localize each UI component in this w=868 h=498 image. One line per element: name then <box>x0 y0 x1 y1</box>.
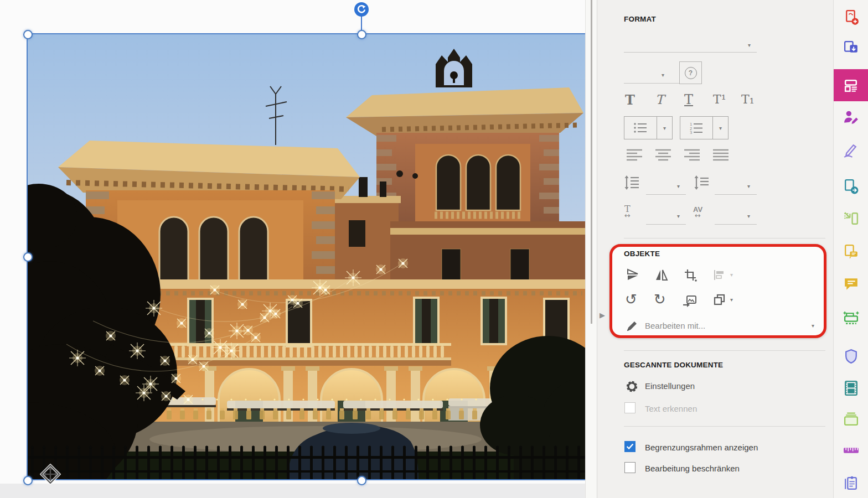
line-spacing-icon <box>624 175 640 193</box>
superscript-button[interactable]: T¹ <box>713 92 726 106</box>
restrict-editing-label[interactable]: Bearbeitung beschränken <box>645 464 740 473</box>
paragraph-spacing-icon <box>694 175 710 193</box>
resize-handle-bottom-center[interactable] <box>357 476 366 485</box>
show-bounding-box-label[interactable]: Begrenzungsrahmen anzeigen <box>645 443 758 452</box>
chevron-down-icon[interactable]: ▾ <box>747 213 750 219</box>
chevron-down-icon[interactable]: ▾ <box>747 183 750 189</box>
settings-button[interactable]: Einstellungen <box>645 381 695 391</box>
objekte-section-title: OBJEKTE <box>624 250 660 258</box>
section-divider <box>624 350 825 351</box>
rail-item-comment[interactable] <box>843 276 860 293</box>
resize-handle-bottom-left[interactable] <box>23 476 33 485</box>
chevron-down-icon[interactable]: ▾ <box>677 183 680 189</box>
rotate-handle[interactable] <box>354 2 369 17</box>
rail-item-organize-pages[interactable] <box>843 411 860 428</box>
move-cursor-icon[interactable] <box>40 464 61 485</box>
chevron-down-icon[interactable]: ▾ <box>713 117 728 139</box>
help-icon: ? <box>685 67 697 79</box>
resize-handle-top-left[interactable] <box>23 30 33 39</box>
scrollbar-track[interactable] <box>585 0 597 498</box>
align-objects-button-disabled[interactable] <box>711 268 727 284</box>
chevron-down-icon[interactable]: ▾ <box>677 213 680 219</box>
section-divider <box>624 426 825 427</box>
chevron-down-icon[interactable]: ▾ <box>812 323 814 329</box>
paragraph-spacing-select[interactable] <box>715 176 757 195</box>
rail-item-send-for-signature[interactable] <box>843 178 860 195</box>
pencil-icon <box>625 319 639 335</box>
crop-button[interactable] <box>683 268 698 284</box>
selected-image-villa[interactable] <box>28 34 585 479</box>
rotate-right-button[interactable]: ↻ <box>654 292 666 307</box>
checkbox-bbox[interactable] <box>624 441 636 452</box>
bullet-list-button[interactable]: ▾ <box>624 116 673 139</box>
flip-vertical-button[interactable] <box>625 268 640 284</box>
rail-item-scan-ocr[interactable] <box>843 310 860 328</box>
align-left-button[interactable] <box>626 148 644 164</box>
rail-item-rich-media[interactable] <box>843 380 860 397</box>
rotate-left-button[interactable]: ↺ <box>625 292 637 307</box>
rail-item-sign-pen[interactable] <box>843 142 860 159</box>
horizontal-scale-select[interactable] <box>646 206 686 225</box>
chevron-down-icon[interactable]: ▾ <box>662 72 664 78</box>
horizontal-scale-icon: T ↔ <box>624 205 631 219</box>
rail-item-export-pdf[interactable] <box>843 40 860 57</box>
replace-image-button[interactable] <box>681 293 698 310</box>
villa-photo <box>28 34 585 479</box>
scrollbar-thumb[interactable] <box>591 0 592 324</box>
rail-item-compare-files[interactable] <box>843 475 860 492</box>
tools-rail <box>833 0 868 498</box>
bullet-list-icon <box>624 117 657 139</box>
format-panel: FORMAT ▾ ▾ ? T T T T¹ T₁ ▾ 1 2 3 ▾ <box>597 0 834 498</box>
panel-collapse-arrow[interactable]: ▶ <box>600 311 605 319</box>
rotate-handle-stem <box>361 16 362 31</box>
kerning-select[interactable] <box>715 206 757 225</box>
gear-icon <box>625 380 639 396</box>
app-window: { "app": { "accent_magenta": "#D12E85", … <box>0 0 868 498</box>
format-section-title: FORMAT <box>624 15 656 23</box>
italic-button[interactable]: T <box>655 92 664 107</box>
align-right-button[interactable] <box>684 148 701 164</box>
chevron-down-icon[interactable]: ▾ <box>730 297 733 303</box>
resize-handle-top-center[interactable] <box>357 30 366 39</box>
objekte-highlight-ring <box>609 244 826 338</box>
line-spacing-select[interactable] <box>646 176 686 195</box>
rotate-handle-icon <box>356 4 366 14</box>
document-canvas <box>0 0 585 498</box>
rail-item-optimize-pdf[interactable] <box>843 210 860 227</box>
align-center-button[interactable] <box>655 148 673 164</box>
numbered-list-button[interactable]: 1 2 3 ▾ <box>680 116 728 139</box>
recognize-text-label: Text erkennen <box>645 404 697 413</box>
canvas-background <box>0 484 585 498</box>
bold-button[interactable]: T <box>625 92 635 108</box>
scanned-section-title: GESCANNTE DOKUMENTE <box>624 361 723 369</box>
edit-with-label[interactable]: Bearbeiten mit... <box>645 321 705 330</box>
svg-text:3: 3 <box>690 131 692 134</box>
numbered-list-icon: 1 2 3 <box>680 117 713 139</box>
underline-button[interactable]: T <box>684 92 693 107</box>
arrange-copy-button[interactable] <box>711 293 727 309</box>
subscript-button[interactable]: T₁ <box>741 92 755 106</box>
resize-handle-left-middle[interactable] <box>23 252 33 262</box>
align-justify-button[interactable] <box>712 148 730 164</box>
checkbox-restrict[interactable] <box>624 462 636 473</box>
checkbox-recognize[interactable] <box>624 402 636 413</box>
chevron-down-icon: ▾ <box>730 272 733 278</box>
font-family-select[interactable] <box>624 34 757 53</box>
kerning-icon: AV ↔ <box>693 206 702 219</box>
format-help-button[interactable]: ? <box>679 61 702 84</box>
rail-item-measure[interactable] <box>843 442 860 459</box>
font-size-select[interactable] <box>624 65 679 84</box>
flip-horizontal-button[interactable] <box>654 268 669 284</box>
rail-item-export-comments[interactable] <box>843 243 860 261</box>
rail-item-create-pdf[interactable] <box>843 9 860 26</box>
rail-item-protect[interactable] <box>843 348 860 365</box>
section-divider <box>624 238 825 238</box>
chevron-down-icon[interactable]: ▾ <box>748 42 751 48</box>
rail-item-fill-sign[interactable] <box>843 108 860 126</box>
rail-item-edit-pdf[interactable] <box>834 69 868 101</box>
chevron-down-icon[interactable]: ▾ <box>657 117 672 139</box>
